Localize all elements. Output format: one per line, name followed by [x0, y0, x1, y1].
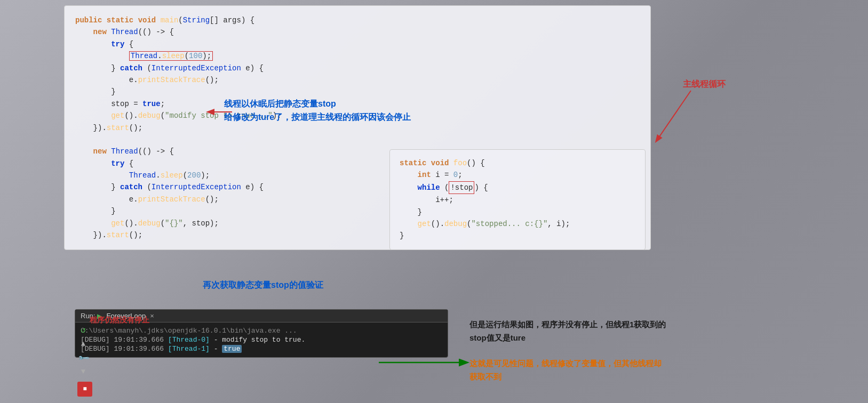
code-line-5: } catch (InterruptedException e) { — [75, 62, 640, 74]
foo-line-6: get().debug("stopped... c:{}", i); — [400, 218, 635, 230]
foo-line-7: } — [400, 230, 635, 241]
code-line-11 — [75, 134, 640, 146]
terminal-toolbar: ↺ ▲ 🔧 ▼ ■ ⇒ — [77, 324, 92, 403]
annotation-visibility-sub: 获取不到 — [469, 372, 501, 382]
code-line-7: } — [75, 86, 640, 98]
up-icon[interactable]: ▲ — [77, 338, 89, 350]
debug-msg-1: - modify stop to true. — [210, 336, 305, 344]
code-line-3: try { — [75, 38, 640, 50]
arrow-result — [373, 354, 480, 376]
wrench-icon[interactable]: 🔧 — [75, 349, 91, 366]
terminal-line-1: C:\Users\manyh\.jdks\openjdk-16.0.1\bin\… — [81, 327, 442, 335]
code-line-2: new Thread(() -> { — [75, 26, 640, 38]
annotation-thread2: 再次获取静态变量stop的值验证 — [203, 280, 323, 291]
debug-prefix-1: [DEBUG] 19:01:39.666 — [81, 336, 168, 344]
code-line-6: e.printStackTrace(); — [75, 74, 640, 86]
annotation-no-stop: 程序仍然没有停止 — [90, 316, 149, 325]
code-line-1: public static void main(String[] args) { — [75, 14, 640, 26]
stop-button[interactable]: ■ — [77, 382, 92, 397]
thread-0-label: [Thread-0] — [168, 336, 210, 344]
true-value: true — [222, 345, 242, 353]
arrow-main-loop — [587, 88, 704, 168]
annotation-result-title: 但是运行结果如图，程序并没有停止，但线程1获取到的 — [469, 320, 666, 330]
debug-prefix-2: [DEBUG] 19:01:39.666 — [81, 345, 168, 353]
foo-line-5: } — [400, 206, 635, 218]
annotation-thread1-title: 线程以休眠后把静态变量stop — [224, 99, 336, 110]
annotation-main-loop: 主线程循环 — [683, 79, 726, 90]
foo-line-3: while (!stop) { — [400, 181, 635, 194]
annotation-visibility-title: 这就是可见性问题，线程修改了变量值，但其他线程却 — [469, 359, 662, 369]
code-line-10: }).start(); — [75, 122, 640, 134]
annotation-thread1-sub: 给修改为ture了，按道理主线程的循环因该会停止 — [224, 112, 411, 123]
foo-line-2: int i = 0; — [400, 169, 635, 181]
code-line-8: stop = true; — [75, 98, 640, 110]
debug-msg-2: - — [210, 345, 222, 353]
stop-icon: ■ — [83, 385, 86, 393]
terminal-body: C:\Users\manyh\.jdks\openjdk-16.0.1\bin\… — [75, 323, 448, 357]
annotation-result-sub: stop值又是ture — [469, 333, 525, 343]
thread-1-label: [Thread-1] — [168, 345, 210, 353]
terminal-line-3: [DEBUG] 19:01:39.666 [Thread-1] - true — [81, 345, 442, 353]
code-line-4: Thread.sleep(100); — [75, 50, 640, 62]
tab-close[interactable]: × — [150, 312, 154, 320]
forward-icon[interactable]: ⇒ — [77, 399, 89, 403]
foo-line-4: i++; — [400, 194, 635, 206]
terminal-line-2: [DEBUG] 19:01:39.666 [Thread-0] - modify… — [81, 336, 442, 344]
rerun-icon[interactable]: ↺ — [77, 324, 89, 336]
down-icon[interactable]: ▼ — [77, 366, 89, 377]
